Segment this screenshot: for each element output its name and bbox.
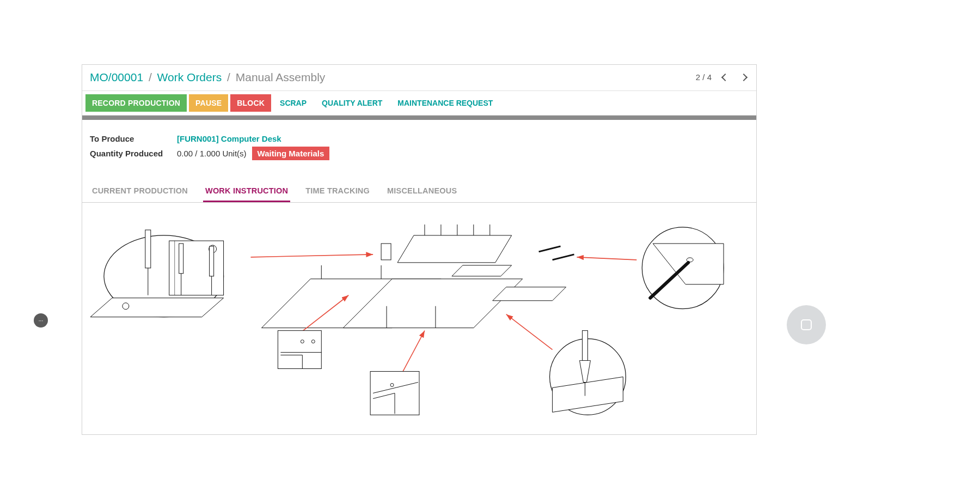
device-left-button[interactable]: ··· (34, 313, 48, 328)
breadcrumb-mo[interactable]: MO/00001 (90, 71, 143, 83)
breadcrumb-current: Manual Assembly (236, 71, 326, 83)
maintenance-request-button[interactable]: MAINTENANCE REQUEST (391, 94, 499, 112)
svg-line-28 (403, 331, 425, 372)
breadcrumb-sep-1: / (149, 71, 152, 83)
status-badge: Waiting Materials (252, 147, 330, 160)
svg-line-29 (506, 314, 553, 350)
record-production-button[interactable]: RECORD PRODUCTION (85, 94, 187, 112)
tab-work-instruction[interactable]: WORK INSTRUCTION (203, 182, 290, 202)
quantity-produced-value: 0.00 / 1.000 Unit(s) (177, 149, 247, 158)
to-produce-label: To Produce (90, 134, 177, 143)
svg-line-25 (251, 254, 373, 257)
home-icon (801, 319, 812, 330)
svg-rect-7 (179, 244, 183, 274)
pause-button[interactable]: PAUSE (189, 94, 228, 112)
block-button[interactable]: BLOCK (230, 94, 271, 112)
device-home-button[interactable] (787, 305, 826, 344)
tab-current-production[interactable]: CURRENT PRODUCTION (90, 182, 190, 202)
toolbar: RECORD PRODUCTION PAUSE BLOCK SCRAP QUAL… (82, 91, 756, 116)
quality-alert-button[interactable]: QUALITY ALERT (315, 94, 389, 112)
pager-next-button[interactable] (739, 70, 749, 84)
header-row: MO/00001 / Work Orders / Manual Assembly… (82, 65, 756, 91)
tab-time-tracking[interactable]: TIME TRACKING (303, 182, 372, 202)
svg-rect-22 (381, 244, 391, 260)
quantity-produced-row: Quantity Produced 0.00 / 1.000 Unit(s) W… (90, 147, 749, 160)
svg-rect-30 (278, 331, 321, 369)
svg-line-24 (553, 254, 574, 260)
assembly-diagram-svg (88, 214, 751, 420)
work-order-window: MO/00001 / Work Orders / Manual Assembly… (82, 64, 757, 435)
work-instruction-diagram (88, 214, 751, 421)
form-area: To Produce [FURN001] Computer Desk Quant… (82, 120, 756, 168)
breadcrumb-sep-2: / (227, 71, 230, 83)
to-produce-value[interactable]: [FURN001] Computer Desk (177, 134, 281, 143)
svg-rect-36 (582, 331, 587, 361)
breadcrumb: MO/00001 / Work Orders / Manual Assembly (90, 71, 325, 84)
svg-rect-9 (210, 246, 214, 276)
separator (82, 116, 756, 120)
svg-line-26 (577, 257, 637, 260)
tabs: CURRENT PRODUCTION WORK INSTRUCTION TIME… (82, 182, 756, 203)
svg-line-23 (539, 246, 561, 252)
pager: 2 / 4 (696, 70, 749, 84)
quantity-produced-label: Quantity Produced (90, 149, 177, 158)
pager-counter: 2 / 4 (696, 72, 712, 82)
breadcrumb-work-orders[interactable]: Work Orders (157, 71, 222, 83)
to-produce-row: To Produce [FURN001] Computer Desk (90, 134, 749, 143)
svg-rect-5 (145, 230, 151, 268)
chevron-left-icon (721, 74, 729, 81)
scrap-button[interactable]: SCRAP (273, 94, 313, 112)
chevron-right-icon (740, 74, 748, 81)
pager-prev-button[interactable] (720, 70, 730, 84)
svg-rect-1 (169, 241, 224, 295)
tab-miscellaneous[interactable]: MISCELLANEOUS (385, 182, 459, 202)
